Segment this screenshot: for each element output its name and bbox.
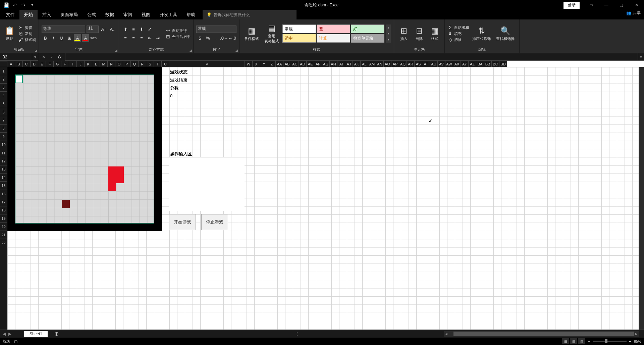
sheet-nav-prev-icon[interactable]: ◀ xyxy=(3,332,6,336)
comma-format-icon[interactable]: , xyxy=(212,34,220,42)
col-header-AI[interactable]: AI xyxy=(337,61,345,67)
col-header-AM[interactable]: AM xyxy=(368,61,376,67)
fill-color-button[interactable]: A xyxy=(74,34,81,42)
launcher-icon[interactable]: ◢ xyxy=(190,49,192,52)
row-header-17[interactable]: 17 xyxy=(0,198,7,206)
col-header-J[interactable]: J xyxy=(77,61,85,67)
row-header-18[interactable]: 18 xyxy=(0,206,7,214)
tab-help[interactable]: 帮助 xyxy=(182,10,200,19)
row-header-2[interactable]: 2 xyxy=(0,75,7,83)
align-bottom-icon[interactable]: ⬇ xyxy=(138,26,145,33)
col-header-AA[interactable]: AA xyxy=(276,61,283,67)
col-header-AQ[interactable]: AQ xyxy=(399,61,407,67)
col-header-N[interactable]: N xyxy=(108,61,115,67)
zoom-thumb[interactable] xyxy=(605,339,607,343)
tab-home[interactable]: 开始 xyxy=(19,10,38,19)
row-headers[interactable]: 12345678910111213141516171819202122 xyxy=(0,67,7,330)
zoom-slider[interactable] xyxy=(593,341,627,342)
phonetic-button[interactable]: wén xyxy=(90,34,97,42)
row-header-13[interactable]: 13 xyxy=(0,165,7,174)
row-header-8[interactable]: 8 xyxy=(0,125,7,133)
login-button[interactable]: 登录 xyxy=(564,2,580,9)
qat-dropdown-icon[interactable]: ▼ xyxy=(29,2,36,8)
row-header-12[interactable]: 12 xyxy=(0,157,7,165)
row-header-15[interactable]: 15 xyxy=(0,182,7,190)
row-header-16[interactable]: 16 xyxy=(0,190,7,198)
maximize-icon[interactable]: ▢ xyxy=(614,0,629,10)
enter-formula-icon[interactable]: ✓ xyxy=(48,54,56,59)
fill-button[interactable]: ⬇填充 xyxy=(447,31,469,36)
col-header-AP[interactable]: AP xyxy=(391,61,399,67)
style-neutral[interactable]: 适中 xyxy=(282,34,316,43)
row-header-6[interactable]: 6 xyxy=(0,108,7,116)
align-right-icon[interactable]: ≡ xyxy=(138,34,145,42)
font-name-select[interactable]: 等线 xyxy=(42,26,85,33)
col-header-AS[interactable]: AS xyxy=(415,61,422,67)
style-bad[interactable]: 差 xyxy=(317,24,350,33)
select-all-corner[interactable] xyxy=(0,61,7,67)
cell-styles-gallery[interactable]: 常规 差 好 适中 计算 检查单元格 xyxy=(282,24,384,43)
col-header-D[interactable]: D xyxy=(31,61,38,67)
merge-center-button[interactable]: ⊟合并后居中 xyxy=(165,34,191,39)
row-header-21[interactable]: 21 xyxy=(0,231,7,239)
macro-recording-icon[interactable]: ▢ xyxy=(14,339,17,344)
sheet-tab-sheet1[interactable]: Sheet1 xyxy=(24,331,48,337)
launcher-icon[interactable]: ◢ xyxy=(115,49,117,52)
col-header-E[interactable]: E xyxy=(38,61,46,67)
col-header-AF[interactable]: AF xyxy=(314,61,322,67)
underline-button[interactable]: U xyxy=(58,34,65,42)
wrap-text-button[interactable]: ↩自动换行 xyxy=(165,28,191,33)
orientation-icon[interactable]: ⤢ xyxy=(146,26,153,33)
tab-review[interactable]: 审阅 xyxy=(119,10,137,19)
col-header-AK[interactable]: AK xyxy=(353,61,361,67)
col-header-Q[interactable]: Q xyxy=(131,61,139,67)
decrease-indent-icon[interactable]: ⇤ xyxy=(146,34,153,42)
col-header-AE[interactable]: AE xyxy=(307,61,314,67)
align-top-icon[interactable]: ⬆ xyxy=(122,26,129,33)
col-header-AJ[interactable]: AJ xyxy=(345,61,353,67)
col-header-AD[interactable]: AD xyxy=(299,61,307,67)
col-header-BC[interactable]: BC xyxy=(492,61,499,67)
sheet-nav-next-icon[interactable]: ▶ xyxy=(8,332,11,336)
row-header-7[interactable]: 7 xyxy=(0,116,7,124)
col-header-R[interactable]: R xyxy=(139,61,146,67)
col-header-AO[interactable]: AO xyxy=(384,61,391,67)
tab-formulas[interactable]: 公式 xyxy=(83,10,101,19)
autosum-button[interactable]: Σ自动求和 xyxy=(447,25,469,30)
font-size-select[interactable]: 11 xyxy=(87,26,99,33)
tab-file[interactable]: 文件 xyxy=(1,10,19,19)
save-icon[interactable]: 💾 xyxy=(3,2,9,8)
col-header-AC[interactable]: AC xyxy=(291,61,299,67)
row-header-3[interactable]: 3 xyxy=(0,84,7,92)
row-header-19[interactable]: 19 xyxy=(0,214,7,223)
normal-view-icon[interactable]: ▦ xyxy=(562,338,569,344)
col-header-AG[interactable]: AG xyxy=(322,61,330,67)
col-header-U[interactable]: U xyxy=(162,61,169,67)
style-gallery-scroll[interactable]: ▲▼▾ xyxy=(386,24,391,43)
tell-me-search[interactable]: 💡 告诉我你想要做什么 xyxy=(203,10,297,19)
row-header-1[interactable]: 1 xyxy=(0,67,7,75)
col-header-Y[interactable]: Y xyxy=(260,61,268,67)
input-area[interactable] xyxy=(169,157,245,211)
align-middle-icon[interactable]: ≡ xyxy=(130,26,137,33)
zoom-level[interactable]: 85% xyxy=(634,339,641,343)
row-header-11[interactable]: 11 xyxy=(0,149,7,157)
find-select-button[interactable]: 🔍查找和选择 xyxy=(494,26,517,42)
row-header-20[interactable]: 20 xyxy=(0,223,7,231)
col-header-AV[interactable]: AV xyxy=(438,61,445,67)
scroll-left-icon[interactable]: ◀ xyxy=(444,332,449,336)
col-header-AT[interactable]: AT xyxy=(422,61,430,67)
col-header-AB[interactable]: AB xyxy=(283,61,291,67)
col-header-AL[interactable]: AL xyxy=(361,61,368,67)
clear-button[interactable]: ◇清除 xyxy=(447,37,469,42)
style-good[interactable]: 好 xyxy=(351,24,384,33)
col-header-L[interactable]: L xyxy=(92,61,100,67)
align-center-icon[interactable]: ≡ xyxy=(130,34,137,42)
row-header-10[interactable]: 10 xyxy=(0,141,7,149)
col-header-Z[interactable]: Z xyxy=(268,61,276,67)
fx-icon[interactable]: fx xyxy=(56,54,64,59)
minimize-icon[interactable]: — xyxy=(599,0,614,10)
zoom-out-icon[interactable]: − xyxy=(588,339,590,343)
col-header-P[interactable]: P xyxy=(123,61,131,67)
col-header-A[interactable]: A xyxy=(7,61,15,67)
